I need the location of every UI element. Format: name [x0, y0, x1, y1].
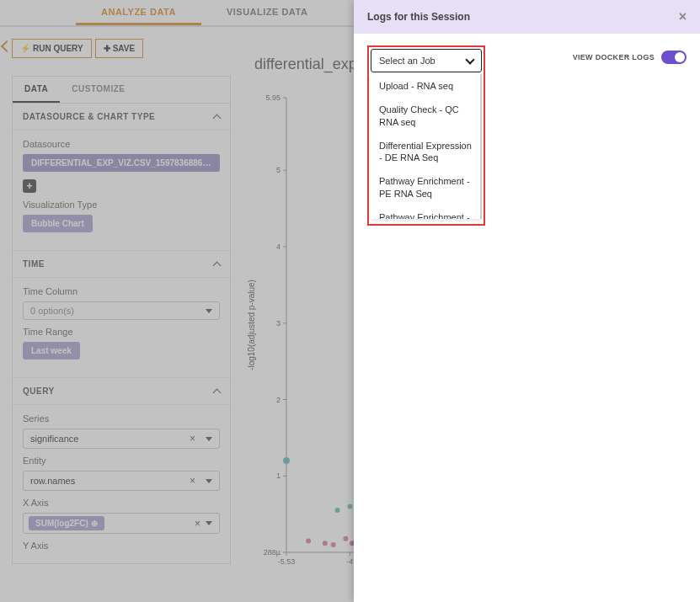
job-dropdown-item[interactable]: Upload - RNA seq [371, 74, 480, 98]
job-select-highlight: Select an Job Upload - RNA seqQuality Ch… [367, 45, 485, 226]
docker-logs-toggle[interactable] [661, 51, 687, 64]
docker-toggle-row: VIEW DOCKER LOGS [573, 45, 687, 64]
logs-top-row: Select an Job Upload - RNA seqQuality Ch… [367, 45, 687, 226]
job-dropdown-item[interactable]: Differential Expression - DE RNA Seq [371, 134, 480, 170]
job-select-placeholder: Select an Job [379, 56, 435, 66]
close-icon[interactable]: × [679, 10, 687, 24]
job-dropdown-item[interactable]: Pathway Enrichment - [371, 205, 480, 219]
job-dropdown-item[interactable]: Quality Check - QC RNA seq [371, 98, 480, 134]
docker-logs-label: VIEW DOCKER LOGS [573, 53, 655, 61]
job-select[interactable]: Select an Job [371, 49, 482, 72]
logs-panel-header: Logs for this Session × [354, 0, 700, 34]
chevron-down-icon [465, 55, 474, 64]
logs-panel-body: Select an Job Upload - RNA seqQuality Ch… [354, 34, 700, 237]
job-dropdown: Upload - RNA seqQuality Check - QC RNA s… [371, 74, 482, 219]
logs-panel: Logs for this Session × Select an Job Up… [354, 0, 700, 602]
logs-panel-title: Logs for this Session [367, 11, 470, 23]
job-dropdown-item[interactable]: Pathway Enrichment - PE RNA Seq [371, 169, 480, 205]
